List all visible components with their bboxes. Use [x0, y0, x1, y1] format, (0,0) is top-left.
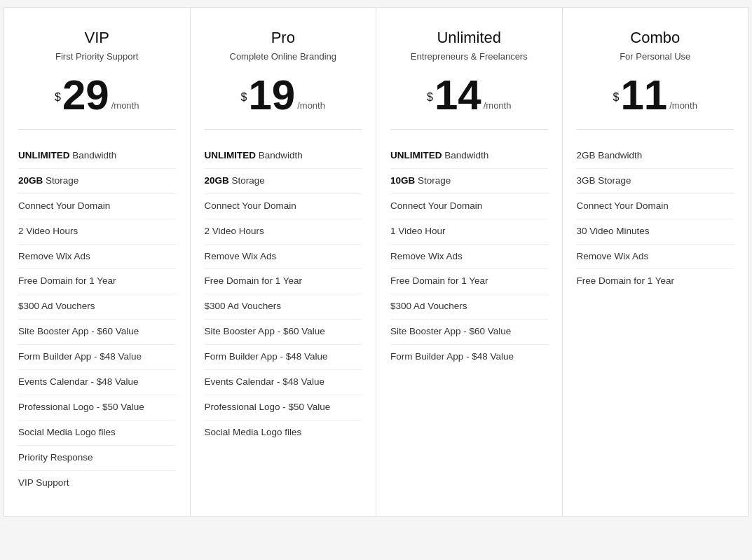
- plan-name-vip: VIP: [18, 29, 176, 47]
- list-item: UNLIMITED Bandwidth: [18, 144, 176, 169]
- list-item: Professional Logo - $50 Value: [18, 395, 176, 421]
- list-item: Remove Wix Ads: [390, 245, 548, 270]
- list-item: Connect Your Domain: [577, 194, 734, 219]
- list-item: 20GB Storage: [205, 169, 362, 194]
- list-item: Site Booster App - $60 Value: [205, 320, 362, 345]
- price-row-unlimited: $14/month: [390, 74, 548, 116]
- features-list-vip: UNLIMITED Bandwidth20GB StorageConnect Y…: [18, 144, 176, 495]
- price-period-pro: /month: [297, 100, 325, 111]
- divider-unlimited: [390, 129, 548, 130]
- price-amount-vip: 29: [62, 74, 109, 116]
- list-item: Free Domain for 1 Year: [18, 269, 176, 294]
- list-item: Site Booster App - $60 Value: [390, 320, 548, 345]
- list-item: Site Booster App - $60 Value: [18, 320, 176, 345]
- plan-tagline-pro: Complete Online Branding: [205, 51, 362, 62]
- list-item: Professional Logo - $50 Value: [205, 395, 362, 421]
- list-item: Remove Wix Ads: [18, 245, 176, 270]
- feature-bold-text: 20GB: [18, 175, 43, 186]
- list-item: Social Media Logo files: [18, 421, 176, 446]
- plan-tagline-unlimited: Entrepreneurs & Freelancers: [390, 51, 548, 62]
- list-item: VIP Support: [18, 471, 176, 496]
- price-dollar-pro: $: [241, 91, 247, 104]
- feature-bold-text: UNLIMITED: [18, 150, 70, 161]
- price-dollar-unlimited: $: [427, 91, 433, 104]
- list-item: 2GB Bandwidth: [577, 144, 734, 169]
- plan-card-combo: ComboFor Personal Use$11/month2GB Bandwi…: [563, 7, 749, 517]
- list-item: Connect Your Domain: [205, 194, 362, 219]
- list-item: Social Media Logo files: [205, 421, 362, 445]
- price-amount-pro: 19: [248, 74, 295, 116]
- divider-combo: [577, 129, 734, 130]
- plan-name-pro: Pro: [205, 29, 362, 47]
- list-item: 1 Video Hour: [390, 219, 548, 245]
- pricing-table: VIPFirst Priority Support$29/monthUNLIMI…: [4, 7, 748, 517]
- divider-vip: [18, 129, 176, 130]
- list-item: Form Builder App - $48 Value: [18, 345, 176, 370]
- feature-bold-text: 10GB: [390, 175, 415, 186]
- list-item: Free Domain for 1 Year: [390, 269, 548, 294]
- divider-pro: [205, 129, 362, 130]
- features-list-unlimited: UNLIMITED Bandwidth10GB StorageConnect Y…: [390, 144, 548, 369]
- list-item: Connect Your Domain: [390, 194, 548, 219]
- list-item: Free Domain for 1 Year: [205, 269, 362, 294]
- list-item: Events Calendar - $48 Value: [205, 370, 362, 395]
- plan-name-combo: Combo: [577, 29, 734, 47]
- list-item: UNLIMITED Bandwidth: [390, 144, 548, 169]
- price-row-pro: $19/month: [205, 74, 362, 116]
- price-dollar-vip: $: [55, 91, 61, 104]
- list-item: $300 Ad Vouchers: [390, 294, 548, 320]
- list-item: Priority Response: [18, 446, 176, 471]
- list-item: 30 Video Minutes: [577, 219, 734, 245]
- list-item: 20GB Storage: [18, 169, 176, 194]
- price-row-combo: $11/month: [577, 74, 734, 116]
- plan-card-vip: VIPFirst Priority Support$29/monthUNLIMI…: [4, 7, 191, 517]
- list-item: 3GB Storage: [577, 169, 734, 194]
- price-amount-unlimited: 14: [435, 74, 481, 116]
- price-period-vip: /month: [111, 100, 139, 111]
- plan-name-unlimited: Unlimited: [390, 29, 548, 47]
- feature-bold-text: 20GB: [205, 175, 229, 186]
- list-item: Connect Your Domain: [18, 194, 176, 219]
- list-item: $300 Ad Vouchers: [205, 294, 362, 320]
- price-dollar-combo: $: [613, 91, 620, 104]
- price-period-combo: /month: [669, 100, 697, 111]
- list-item: $300 Ad Vouchers: [18, 294, 176, 320]
- list-item: Form Builder App - $48 Value: [390, 345, 548, 369]
- list-item: Free Domain for 1 Year: [577, 269, 734, 294]
- plan-tagline-vip: First Priority Support: [18, 51, 176, 62]
- feature-bold-text: UNLIMITED: [205, 150, 257, 161]
- list-item: 2 Video Hours: [18, 219, 176, 245]
- features-list-pro: UNLIMITED Bandwidth20GB StorageConnect Y…: [205, 144, 362, 445]
- list-item: Remove Wix Ads: [577, 245, 734, 270]
- price-row-vip: $29/month: [18, 74, 176, 116]
- price-period-unlimited: /month: [484, 100, 512, 111]
- plan-card-pro: ProComplete Online Branding$19/monthUNLI…: [191, 7, 377, 517]
- list-item: 10GB Storage: [390, 169, 548, 194]
- plan-card-unlimited: UnlimitedEntrepreneurs & Freelancers$14/…: [376, 7, 563, 517]
- plan-tagline-combo: For Personal Use: [577, 51, 734, 62]
- list-item: Events Calendar - $48 Value: [18, 370, 176, 395]
- list-item: Remove Wix Ads: [205, 245, 362, 270]
- feature-bold-text: UNLIMITED: [390, 150, 442, 161]
- features-list-combo: 2GB Bandwidth3GB StorageConnect Your Dom…: [577, 144, 734, 294]
- list-item: 2 Video Hours: [205, 219, 362, 245]
- list-item: UNLIMITED Bandwidth: [205, 144, 362, 169]
- price-amount-combo: 11: [620, 74, 667, 116]
- list-item: Form Builder App - $48 Value: [205, 345, 362, 370]
